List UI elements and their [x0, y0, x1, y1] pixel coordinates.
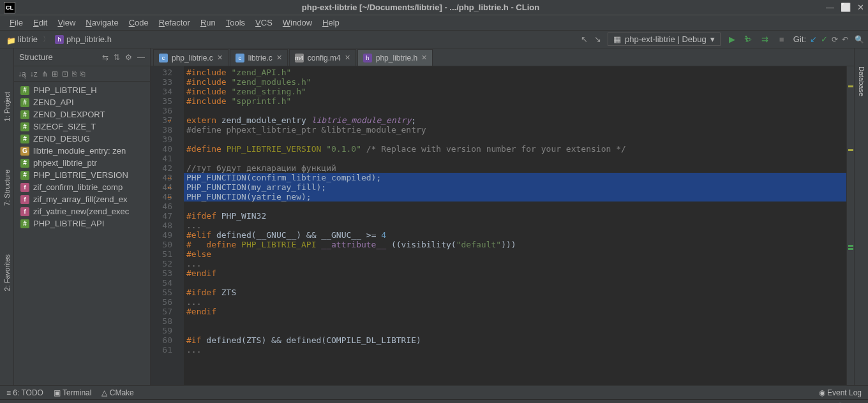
navbar: libtrie 〉 h php_libtrie.h ↖ ↘ ▦ php-ext-…: [0, 31, 868, 48]
tree-item[interactable]: Glibtrie_module_entry: zen: [14, 145, 150, 157]
change-marker[interactable]: [848, 245, 853, 247]
menu-vcs[interactable]: VCS: [251, 17, 277, 29]
minimize-icon[interactable]: —: [826, 3, 834, 12]
tree-item[interactable]: fzif_yatrie_new(zend_exec: [14, 205, 150, 217]
terminal-tab[interactable]: ▣ Terminal: [54, 388, 91, 397]
menu-help[interactable]: Help: [318, 17, 344, 29]
breadcrumb: libtrie 〉 h php_libtrie.h: [4, 33, 114, 45]
run-coverage-icon[interactable]: ⇉: [760, 34, 770, 45]
panel-title: Structure: [19, 52, 53, 62]
git-commit-icon[interactable]: ✓: [821, 34, 828, 44]
symbol-icon: #: [20, 86, 29, 95]
tree-item[interactable]: #PHP_LIBTRIE_H: [14, 84, 150, 96]
tree-item[interactable]: #ZEND_API: [14, 96, 150, 108]
gear-icon[interactable]: ⚙: [125, 53, 132, 62]
side-tab-structure[interactable]: 7: Structure: [2, 165, 12, 211]
menu-file[interactable]: File: [5, 17, 27, 29]
tree-item[interactable]: #ZEND_DLEXPORT: [14, 108, 150, 121]
tab-close-icon[interactable]: ✕: [421, 54, 427, 62]
filter-icon[interactable]: ⋔: [41, 70, 48, 78]
symbol-icon: f: [20, 195, 29, 204]
editor-tab[interactable]: m4config.m4✕: [289, 49, 356, 66]
tree-item[interactable]: fzif_my_array_fill(zend_ex: [14, 193, 150, 205]
menu-tools[interactable]: Tools: [221, 17, 250, 29]
editor-area: cphp_libtrie.c✕clibtrie.c✕m4config.m4✕hp…: [151, 48, 854, 385]
git-update-icon[interactable]: ↙: [810, 34, 817, 44]
warning-marker[interactable]: [848, 85, 853, 87]
side-tab-favorites[interactable]: 2: Favorites: [2, 249, 12, 296]
tab-close-icon[interactable]: ✕: [217, 54, 223, 62]
expand-icon[interactable]: ⇅: [114, 53, 120, 62]
symbol-label: zif_yatrie_new(zend_exec: [33, 207, 129, 216]
symbol-icon: #: [20, 98, 29, 107]
side-tab-database[interactable]: Database: [857, 61, 867, 101]
config-icon: ▦: [613, 34, 621, 44]
editor-tab-bar: cphp_libtrie.c✕clibtrie.c✕m4config.m4✕hp…: [151, 48, 854, 66]
breadcrumb-folder[interactable]: libtrie: [4, 33, 40, 45]
symbol-label: PHP_LIBTRIE_VERSION: [33, 170, 128, 180]
editor-tab[interactable]: clibtrie.c✕: [230, 49, 288, 66]
file-icon: m4: [295, 54, 304, 62]
event-log-tab[interactable]: ◉ Event Log: [819, 388, 862, 397]
filter3-icon[interactable]: ⊡: [62, 70, 68, 78]
breadcrumb-file-label: php_libtrie.h: [66, 34, 112, 44]
run-icon[interactable]: ▶: [727, 34, 737, 45]
stop-icon[interactable]: ■: [777, 34, 787, 45]
sort2-icon[interactable]: ↓z: [30, 70, 38, 78]
right-tool-strip: Database: [854, 48, 868, 385]
change-marker[interactable]: [848, 248, 853, 250]
scrollbar-markers[interactable]: [846, 66, 854, 385]
warning-marker[interactable]: [848, 149, 853, 151]
breadcrumb-file[interactable]: h php_libtrie.h: [52, 33, 114, 45]
tree-item[interactable]: #phpext_libtrie_ptr: [14, 157, 150, 169]
tab-close-icon[interactable]: ✕: [276, 54, 282, 62]
menu-edit[interactable]: Edit: [29, 17, 52, 29]
code-text[interactable]: #include "zend_API.h"#include "zend_modu…: [184, 66, 846, 385]
menu-navigate[interactable]: Navigate: [81, 17, 123, 29]
h-file-icon: h: [55, 35, 64, 44]
tab-label: php_libtrie.c: [172, 54, 213, 62]
side-tab-project[interactable]: 1: Project: [2, 87, 12, 126]
menu-view[interactable]: View: [53, 17, 80, 29]
sort-icon[interactable]: ↓ą: [18, 70, 26, 78]
tab-close-icon[interactable]: ✕: [345, 54, 350, 62]
folder-icon: [6, 36, 15, 43]
menu-run[interactable]: Run: [196, 17, 220, 29]
menu-code[interactable]: Code: [124, 17, 153, 29]
tree-item[interactable]: #PHP_LIBTRIE_VERSION: [14, 169, 150, 181]
git-history-icon[interactable]: ⟳: [832, 35, 838, 44]
symbol-label: ZEND_DEBUG: [33, 134, 90, 143]
autoscroll-icon[interactable]: ⎘: [72, 70, 77, 78]
collapse-icon[interactable]: ⇆: [102, 53, 108, 62]
editor-tab[interactable]: hphp_libtrie.h✕: [357, 49, 433, 66]
git-revert-icon[interactable]: ↶: [842, 35, 848, 44]
tree-item[interactable]: #ZEND_DEBUG: [14, 133, 150, 145]
search-icon[interactable]: 🔍: [855, 35, 864, 44]
filter2-icon[interactable]: ⊞: [52, 70, 58, 78]
close-icon[interactable]: ✕: [857, 3, 864, 12]
cmake-tab[interactable]: △ CMake: [101, 388, 133, 397]
run-config-selector[interactable]: ▦ php-ext-libtrie | Debug ▾: [608, 33, 721, 46]
config-label: php-ext-libtrie | Debug: [625, 34, 707, 44]
symbol-label: libtrie_module_entry: zen: [33, 146, 126, 156]
symbol-label: PHP_LIBTRIE_H: [33, 85, 97, 95]
tab-label: libtrie.c: [248, 54, 273, 62]
code-area[interactable]: 323334353637↔383940414243↔44↔45↔46474849…: [151, 66, 854, 385]
debug-icon[interactable]: ⛷: [744, 34, 754, 45]
tree-item[interactable]: fzif_confirm_libtrie_comp: [14, 181, 150, 193]
titlebar: CL php-ext-libtrie [~/Documents/libtrie]…: [0, 0, 868, 15]
maximize-icon[interactable]: ⬜: [841, 3, 851, 12]
symbol-icon: #: [20, 171, 29, 180]
nav-forward-icon[interactable]: ↘: [594, 34, 601, 44]
menu-refactor[interactable]: Refactor: [154, 17, 195, 29]
nav-back-icon[interactable]: ↖: [581, 34, 588, 44]
editor-tab[interactable]: cphp_libtrie.c✕: [153, 49, 228, 66]
left-tool-strip: 1: Project 7: Structure 2: Favorites: [0, 48, 14, 385]
hide-icon[interactable]: —: [137, 53, 145, 62]
tree-item[interactable]: #PHP_LIBTRIE_API: [14, 217, 150, 230]
todo-tab[interactable]: ≡ 6: TODO: [6, 388, 43, 397]
autoscroll2-icon[interactable]: ⎗: [80, 70, 85, 78]
menu-window[interactable]: Window: [278, 17, 317, 29]
symbol-icon: #: [20, 122, 29, 131]
tree-item[interactable]: #SIZEOF_SIZE_T: [14, 121, 150, 133]
